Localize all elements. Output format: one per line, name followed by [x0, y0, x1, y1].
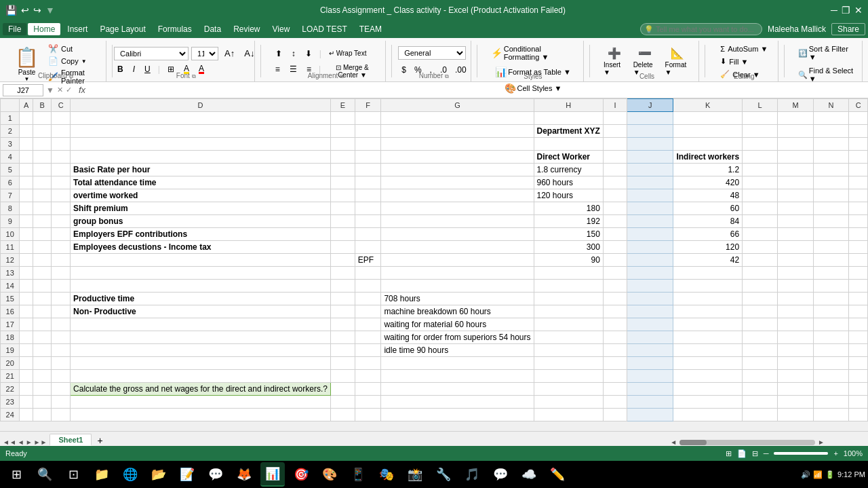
cell-B20[interactable] — [33, 357, 52, 370]
cell-A14[interactable] — [20, 280, 33, 293]
cell-L2[interactable] — [743, 125, 778, 138]
cell-C8[interactable] — [52, 202, 71, 215]
menu-data[interactable]: Data — [199, 23, 226, 35]
cell-D24[interactable] — [71, 409, 331, 421]
cell-M3[interactable] — [778, 138, 814, 151]
cell-C4[interactable] — [52, 151, 71, 164]
cell-F13[interactable] — [355, 267, 381, 280]
cell-K4[interactable]: Indirect workers — [673, 151, 743, 164]
scroll-bar-right[interactable]: ► — [818, 438, 825, 444]
cell-I1[interactable] — [603, 112, 627, 125]
cell-K24[interactable] — [673, 409, 743, 421]
cell-J20[interactable] — [627, 357, 673, 370]
cell-K16[interactable] — [673, 305, 743, 318]
cell-D18[interactable] — [71, 331, 331, 344]
cell-M13[interactable] — [778, 267, 814, 280]
cell-C2[interactable] — [52, 125, 71, 138]
cell-M14[interactable] — [778, 280, 814, 293]
cell-I5[interactable] — [603, 164, 627, 176]
cell-A17[interactable] — [20, 318, 33, 331]
cell-L23[interactable] — [743, 396, 778, 409]
cell-J19[interactable] — [627, 344, 673, 357]
table-row[interactable]: 1 — [1, 112, 868, 125]
cell-M1[interactable] — [778, 112, 814, 125]
cell-C9[interactable] — [52, 215, 71, 228]
table-row[interactable]: 8Shift premium18060 — [1, 202, 868, 215]
cell-C21[interactable] — [52, 370, 71, 383]
cell-E13[interactable] — [330, 267, 355, 280]
cell-E24[interactable] — [330, 409, 355, 421]
format-button[interactable]: 📐 Format ▼ — [663, 45, 693, 77]
cell-F21[interactable] — [355, 370, 381, 383]
row-header[interactable]: 7 — [1, 189, 20, 202]
cell-G1[interactable] — [381, 112, 534, 125]
cell-O9[interactable] — [849, 215, 868, 228]
col-header-b[interactable]: B — [33, 99, 52, 112]
row-header[interactable]: 5 — [1, 164, 20, 176]
cell-A8[interactable] — [20, 202, 33, 215]
name-box[interactable] — [3, 84, 43, 96]
cell-M5[interactable] — [778, 164, 814, 176]
cell-C19[interactable] — [52, 344, 71, 357]
cell-M23[interactable] — [778, 396, 814, 409]
cell-G15[interactable]: 708 hours — [381, 293, 534, 305]
cell-G22[interactable] — [381, 383, 534, 396]
table-row[interactable]: 11Employees decustions - Income tax30012… — [1, 241, 868, 254]
cell-L18[interactable] — [743, 331, 778, 344]
cell-L4[interactable] — [743, 151, 778, 164]
cell-E9[interactable] — [330, 215, 355, 228]
col-header-k[interactable]: K — [673, 99, 743, 112]
cell-K23[interactable] — [673, 396, 743, 409]
cell-A22[interactable] — [20, 383, 33, 396]
row-header[interactable]: 17 — [1, 318, 20, 331]
cell-G7[interactable] — [381, 189, 534, 202]
cell-A2[interactable] — [20, 125, 33, 138]
close-button[interactable]: ✕ — [854, 5, 863, 16]
cell-E6[interactable] — [330, 176, 355, 189]
cell-O15[interactable] — [849, 293, 868, 305]
row-header[interactable]: 22 — [1, 383, 20, 396]
cell-J22[interactable] — [627, 383, 673, 396]
cell-K14[interactable] — [673, 280, 743, 293]
cell-G5[interactable] — [381, 164, 534, 176]
cell-H14[interactable] — [534, 280, 603, 293]
cell-M24[interactable] — [778, 409, 814, 421]
cell-E20[interactable] — [330, 357, 355, 370]
table-row[interactable]: 7overtime worked120 hours48 — [1, 189, 868, 202]
cell-N13[interactable] — [813, 267, 848, 280]
insert-button[interactable]: ➕ Insert ▼ — [601, 45, 628, 77]
cell-E15[interactable] — [330, 293, 355, 305]
col-header-e[interactable]: E — [330, 99, 355, 112]
cell-F4[interactable] — [355, 151, 381, 164]
cell-N22[interactable] — [813, 383, 848, 396]
cell-K3[interactable] — [673, 138, 743, 151]
cell-E14[interactable] — [330, 280, 355, 293]
cell-C24[interactable] — [52, 409, 71, 421]
cell-D16[interactable]: Non- Productive — [71, 305, 331, 318]
cell-D10[interactable]: Employers EPF contributions — [71, 228, 331, 241]
cell-I19[interactable] — [603, 344, 627, 357]
cell-F23[interactable] — [355, 396, 381, 409]
italic-button[interactable]: I — [130, 62, 138, 76]
row-header[interactable]: 6 — [1, 176, 20, 189]
cell-J3[interactable] — [627, 138, 673, 151]
cell-I10[interactable] — [603, 228, 627, 241]
cell-N6[interactable] — [813, 176, 848, 189]
scroll-bar-left[interactable]: ◄ — [670, 438, 677, 444]
cell-M4[interactable] — [778, 151, 814, 164]
cell-I23[interactable] — [603, 396, 627, 409]
cell-I21[interactable] — [603, 370, 627, 383]
cell-F22[interactable] — [355, 383, 381, 396]
cell-C12[interactable] — [52, 254, 71, 267]
cell-G16[interactable]: machine breakdown 60 hours — [381, 305, 534, 318]
cell-N7[interactable] — [813, 189, 848, 202]
col-header-l[interactable]: L — [743, 99, 778, 112]
cell-D15[interactable]: Productive time — [71, 293, 331, 305]
cell-B12[interactable] — [33, 254, 52, 267]
cell-C1[interactable] — [52, 112, 71, 125]
cell-K5[interactable]: 1.2 — [673, 164, 743, 176]
cell-H17[interactable] — [534, 318, 603, 331]
cell-I14[interactable] — [603, 280, 627, 293]
cell-M10[interactable] — [778, 228, 814, 241]
cell-D13[interactable] — [71, 267, 331, 280]
